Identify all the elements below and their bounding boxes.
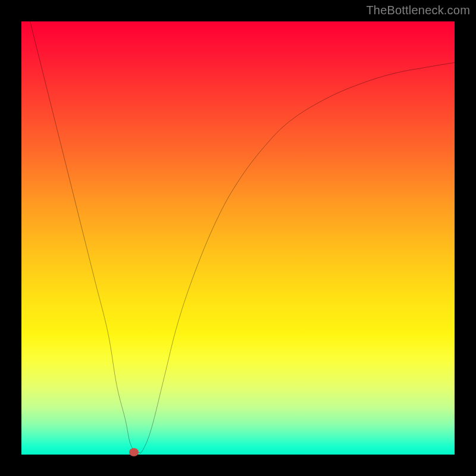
plot-area xyxy=(21,21,455,455)
chart-frame: TheBottleneck.com xyxy=(0,0,476,476)
watermark-text: TheBottleneck.com xyxy=(366,4,470,17)
minimum-marker xyxy=(129,448,139,456)
bottleneck-curve xyxy=(21,21,455,455)
